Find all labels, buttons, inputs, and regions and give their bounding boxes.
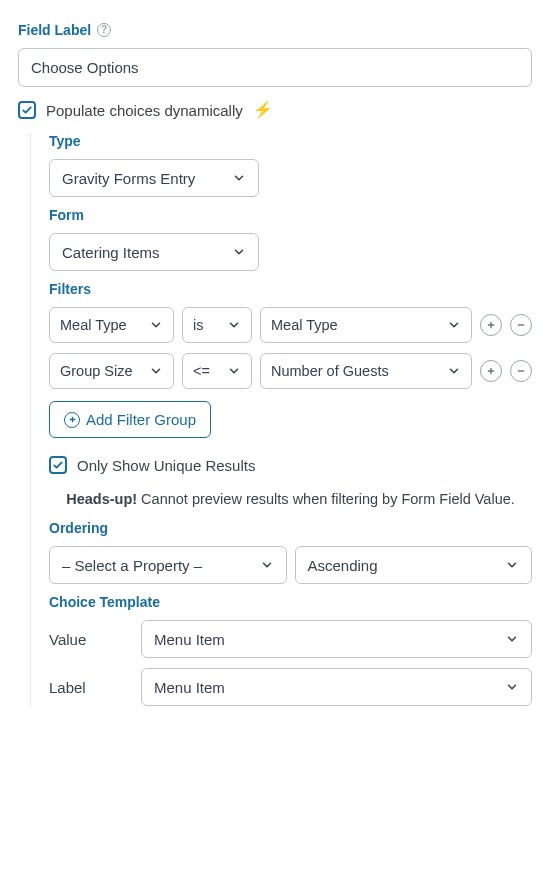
tpl-value-label: Value bbox=[49, 631, 121, 648]
form-select-value: Catering Items bbox=[62, 244, 160, 261]
chevron-down-icon bbox=[447, 318, 461, 332]
ordering-property-value: – Select a Property – bbox=[62, 557, 202, 574]
choice-template-heading: Choice Template bbox=[49, 594, 532, 610]
ordering-direction-select[interactable]: Ascending bbox=[295, 546, 533, 584]
type-select[interactable]: Gravity Forms Entry bbox=[49, 159, 259, 197]
chevron-down-icon bbox=[227, 318, 241, 332]
add-filter-group-button[interactable]: Add Filter Group bbox=[49, 401, 211, 438]
chevron-down-icon bbox=[149, 318, 163, 332]
chevron-down-icon bbox=[227, 364, 241, 378]
chevron-down-icon bbox=[505, 680, 519, 694]
filter-field-value: Group Size bbox=[60, 363, 133, 379]
heads-up-message: Heads-up! Cannot preview results when fi… bbox=[59, 488, 522, 510]
filter-field-select[interactable]: Meal Type bbox=[49, 307, 174, 343]
tpl-value-select-text: Menu Item bbox=[154, 631, 225, 648]
chevron-down-icon bbox=[232, 171, 246, 185]
chevron-down-icon bbox=[505, 632, 519, 646]
chevron-down-icon bbox=[505, 558, 519, 572]
ordering-heading: Ordering bbox=[49, 520, 532, 536]
filter-field-select[interactable]: Group Size bbox=[49, 353, 174, 389]
filter-value-select[interactable]: Number of Guests bbox=[260, 353, 472, 389]
field-label-heading: Field Label ? bbox=[18, 22, 532, 38]
filter-row: Group Size <= Number of Guests bbox=[49, 353, 532, 389]
filter-value-text: Number of Guests bbox=[271, 363, 389, 379]
add-filter-group-label: Add Filter Group bbox=[86, 411, 196, 428]
unique-results-label: Only Show Unique Results bbox=[77, 457, 255, 474]
heads-up-text: Cannot preview results when filtering by… bbox=[137, 491, 515, 507]
form-select[interactable]: Catering Items bbox=[49, 233, 259, 271]
tpl-label-label: Label bbox=[49, 679, 121, 696]
filters-heading: Filters bbox=[49, 281, 532, 297]
populate-dynamically-checkbox[interactable] bbox=[18, 101, 36, 119]
field-label-input[interactable] bbox=[18, 48, 532, 87]
filter-op-select[interactable]: is bbox=[182, 307, 252, 343]
remove-filter-button[interactable] bbox=[510, 314, 532, 336]
help-icon[interactable]: ? bbox=[97, 23, 111, 37]
tpl-label-select[interactable]: Menu Item bbox=[141, 668, 532, 706]
chevron-down-icon bbox=[232, 245, 246, 259]
filter-value-select[interactable]: Meal Type bbox=[260, 307, 472, 343]
tpl-label-select-text: Menu Item bbox=[154, 679, 225, 696]
type-select-value: Gravity Forms Entry bbox=[62, 170, 195, 187]
filter-op-value: <= bbox=[193, 363, 210, 379]
heads-up-bold: Heads-up! bbox=[66, 491, 137, 507]
type-heading: Type bbox=[49, 133, 532, 149]
unique-results-checkbox[interactable] bbox=[49, 456, 67, 474]
chevron-down-icon bbox=[447, 364, 461, 378]
tpl-value-select[interactable]: Menu Item bbox=[141, 620, 532, 658]
ordering-property-select[interactable]: – Select a Property – bbox=[49, 546, 287, 584]
ordering-direction-value: Ascending bbox=[308, 557, 378, 574]
field-label-text: Field Label bbox=[18, 22, 91, 38]
add-filter-button[interactable] bbox=[480, 314, 502, 336]
remove-filter-button[interactable] bbox=[510, 360, 532, 382]
plus-circle-icon bbox=[64, 412, 80, 428]
filter-op-select[interactable]: <= bbox=[182, 353, 252, 389]
form-heading: Form bbox=[49, 207, 532, 223]
bolt-icon: ⚡ bbox=[253, 102, 273, 118]
filter-row: Meal Type is Meal Type bbox=[49, 307, 532, 343]
chevron-down-icon bbox=[149, 364, 163, 378]
filter-value-text: Meal Type bbox=[271, 317, 338, 333]
add-filter-button[interactable] bbox=[480, 360, 502, 382]
filter-op-value: is bbox=[193, 317, 203, 333]
filter-field-value: Meal Type bbox=[60, 317, 127, 333]
chevron-down-icon bbox=[260, 558, 274, 572]
populate-dynamically-label: Populate choices dynamically bbox=[46, 102, 243, 119]
